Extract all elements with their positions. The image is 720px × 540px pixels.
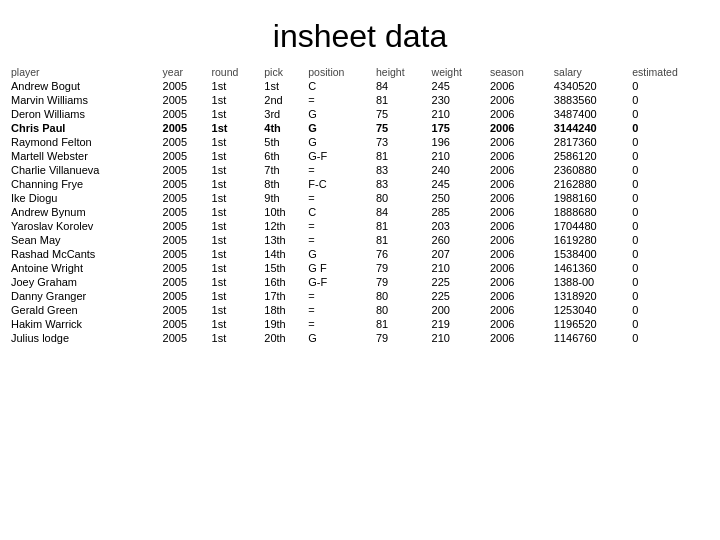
cell-round: 1st [209, 289, 262, 303]
cell-player: Rashad McCants [8, 247, 160, 261]
cell-salary: 1388-00 [551, 275, 629, 289]
cell-weight: 196 [429, 135, 487, 149]
cell-estimated: 0 [629, 107, 712, 121]
cell-year: 2005 [160, 233, 209, 247]
cell-estimated: 0 [629, 177, 712, 191]
cell-year: 2005 [160, 93, 209, 107]
cell-player: Gerald Green [8, 303, 160, 317]
cell-year: 2005 [160, 177, 209, 191]
cell-season: 2006 [487, 191, 551, 205]
cell-season: 2006 [487, 247, 551, 261]
table-row: Andrew Bogut20051st1stC84245200643405200 [8, 79, 712, 93]
cell-height: 79 [373, 261, 429, 275]
cell-pick: 2nd [261, 93, 305, 107]
cell-position: G [305, 247, 373, 261]
cell-salary: 2817360 [551, 135, 629, 149]
cell-height: 81 [373, 219, 429, 233]
cell-position: = [305, 163, 373, 177]
cell-estimated: 0 [629, 233, 712, 247]
col-header-estimated: estimated [629, 65, 712, 79]
cell-season: 2006 [487, 317, 551, 331]
cell-season: 2006 [487, 135, 551, 149]
cell-pick: 6th [261, 149, 305, 163]
table-row: Marvin Williams20051st2nd=81230200638835… [8, 93, 712, 107]
cell-pick: 14th [261, 247, 305, 261]
cell-player: Danny Granger [8, 289, 160, 303]
cell-salary: 1146760 [551, 331, 629, 345]
cell-salary: 1318920 [551, 289, 629, 303]
cell-pick: 7th [261, 163, 305, 177]
col-header-weight: weight [429, 65, 487, 79]
data-table: playeryearroundpickpositionheightweights… [8, 65, 712, 345]
cell-season: 2006 [487, 93, 551, 107]
cell-player: Yaroslav Korolev [8, 219, 160, 233]
col-header-year: year [160, 65, 209, 79]
cell-year: 2005 [160, 219, 209, 233]
table-row: Charlie Villanueva20051st7th=83240200623… [8, 163, 712, 177]
cell-weight: 219 [429, 317, 487, 331]
cell-position: = [305, 317, 373, 331]
cell-position: = [305, 233, 373, 247]
cell-season: 2006 [487, 121, 551, 135]
table-row: Raymond Felton20051st5thG731962006281736… [8, 135, 712, 149]
cell-round: 1st [209, 177, 262, 191]
cell-estimated: 0 [629, 149, 712, 163]
cell-player: Andrew Bogut [8, 79, 160, 93]
cell-pick: 8th [261, 177, 305, 191]
cell-height: 84 [373, 79, 429, 93]
cell-weight: 207 [429, 247, 487, 261]
cell-height: 83 [373, 177, 429, 191]
col-header-salary: salary [551, 65, 629, 79]
cell-season: 2006 [487, 79, 551, 93]
cell-pick: 15th [261, 261, 305, 275]
table-row: Gerald Green20051st18th=8020020061253040… [8, 303, 712, 317]
cell-round: 1st [209, 191, 262, 205]
cell-pick: 3rd [261, 107, 305, 121]
cell-estimated: 0 [629, 205, 712, 219]
data-table-container: playeryearroundpickpositionheightweights… [0, 65, 720, 345]
cell-year: 2005 [160, 247, 209, 261]
cell-player: Hakim Warrick [8, 317, 160, 331]
table-row: Yaroslav Korolev20051st12th=812032006170… [8, 219, 712, 233]
table-row: Ike Diogu20051st9th=80250200619881600 [8, 191, 712, 205]
cell-height: 75 [373, 121, 429, 135]
cell-weight: 245 [429, 79, 487, 93]
cell-salary: 3883560 [551, 93, 629, 107]
cell-season: 2006 [487, 163, 551, 177]
cell-salary: 1988160 [551, 191, 629, 205]
table-header-row: playeryearroundpickpositionheightweights… [8, 65, 712, 79]
cell-height: 79 [373, 331, 429, 345]
cell-round: 1st [209, 149, 262, 163]
cell-player: Joey Graham [8, 275, 160, 289]
cell-year: 2005 [160, 289, 209, 303]
cell-height: 80 [373, 289, 429, 303]
cell-season: 2006 [487, 233, 551, 247]
cell-season: 2006 [487, 107, 551, 121]
cell-round: 1st [209, 121, 262, 135]
cell-player: Chris Paul [8, 121, 160, 135]
col-header-pick: pick [261, 65, 305, 79]
cell-position: G-F [305, 275, 373, 289]
cell-salary: 1196520 [551, 317, 629, 331]
cell-round: 1st [209, 219, 262, 233]
page-title: insheet data [0, 0, 720, 65]
cell-salary: 1253040 [551, 303, 629, 317]
cell-position: G F [305, 261, 373, 275]
cell-round: 1st [209, 93, 262, 107]
cell-height: 81 [373, 233, 429, 247]
cell-pick: 1st [261, 79, 305, 93]
cell-round: 1st [209, 261, 262, 275]
cell-position: G [305, 107, 373, 121]
cell-weight: 225 [429, 275, 487, 289]
cell-season: 2006 [487, 219, 551, 233]
cell-weight: 230 [429, 93, 487, 107]
cell-weight: 200 [429, 303, 487, 317]
cell-salary: 1461360 [551, 261, 629, 275]
table-row: Antoine Wright20051st15thG F792102006146… [8, 261, 712, 275]
cell-pick: 18th [261, 303, 305, 317]
cell-player: Deron Williams [8, 107, 160, 121]
cell-year: 2005 [160, 317, 209, 331]
cell-player: Antoine Wright [8, 261, 160, 275]
cell-salary: 1538400 [551, 247, 629, 261]
cell-salary: 2586120 [551, 149, 629, 163]
